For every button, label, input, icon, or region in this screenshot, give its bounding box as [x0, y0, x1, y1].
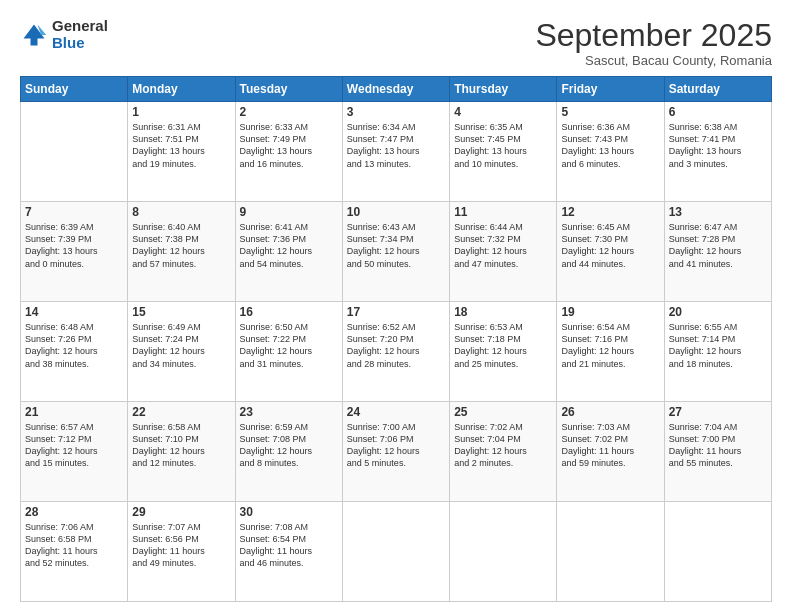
calendar-cell: 9Sunrise: 6:41 AM Sunset: 7:36 PM Daylig… — [235, 202, 342, 302]
day-number: 5 — [561, 105, 659, 119]
day-info: Sunrise: 6:39 AM Sunset: 7:39 PM Dayligh… — [25, 221, 123, 270]
calendar-day-header: Monday — [128, 77, 235, 102]
calendar-cell: 15Sunrise: 6:49 AM Sunset: 7:24 PM Dayli… — [128, 302, 235, 402]
calendar-cell: 8Sunrise: 6:40 AM Sunset: 7:38 PM Daylig… — [128, 202, 235, 302]
day-number: 27 — [669, 405, 767, 419]
day-info: Sunrise: 6:58 AM Sunset: 7:10 PM Dayligh… — [132, 421, 230, 470]
calendar-cell: 16Sunrise: 6:50 AM Sunset: 7:22 PM Dayli… — [235, 302, 342, 402]
day-number: 8 — [132, 205, 230, 219]
calendar-cell: 1Sunrise: 6:31 AM Sunset: 7:51 PM Daylig… — [128, 102, 235, 202]
day-info: Sunrise: 6:36 AM Sunset: 7:43 PM Dayligh… — [561, 121, 659, 170]
calendar-cell: 13Sunrise: 6:47 AM Sunset: 7:28 PM Dayli… — [664, 202, 771, 302]
day-info: Sunrise: 6:35 AM Sunset: 7:45 PM Dayligh… — [454, 121, 552, 170]
day-number: 2 — [240, 105, 338, 119]
day-number: 18 — [454, 305, 552, 319]
calendar-cell: 19Sunrise: 6:54 AM Sunset: 7:16 PM Dayli… — [557, 302, 664, 402]
calendar-week-row: 21Sunrise: 6:57 AM Sunset: 7:12 PM Dayli… — [21, 402, 772, 502]
day-number: 15 — [132, 305, 230, 319]
calendar-cell: 4Sunrise: 6:35 AM Sunset: 7:45 PM Daylig… — [450, 102, 557, 202]
calendar-cell — [342, 502, 449, 602]
calendar-cell: 29Sunrise: 7:07 AM Sunset: 6:56 PM Dayli… — [128, 502, 235, 602]
calendar-week-row: 1Sunrise: 6:31 AM Sunset: 7:51 PM Daylig… — [21, 102, 772, 202]
calendar-day-header: Sunday — [21, 77, 128, 102]
day-info: Sunrise: 6:53 AM Sunset: 7:18 PM Dayligh… — [454, 321, 552, 370]
calendar-week-row: 7Sunrise: 6:39 AM Sunset: 7:39 PM Daylig… — [21, 202, 772, 302]
calendar-cell — [557, 502, 664, 602]
day-info: Sunrise: 6:34 AM Sunset: 7:47 PM Dayligh… — [347, 121, 445, 170]
logo-blue-text: Blue — [52, 35, 108, 52]
calendar-day-header: Wednesday — [342, 77, 449, 102]
day-number: 24 — [347, 405, 445, 419]
day-info: Sunrise: 6:31 AM Sunset: 7:51 PM Dayligh… — [132, 121, 230, 170]
day-info: Sunrise: 7:06 AM Sunset: 6:58 PM Dayligh… — [25, 521, 123, 570]
calendar-cell: 6Sunrise: 6:38 AM Sunset: 7:41 PM Daylig… — [664, 102, 771, 202]
day-info: Sunrise: 6:38 AM Sunset: 7:41 PM Dayligh… — [669, 121, 767, 170]
day-info: Sunrise: 6:43 AM Sunset: 7:34 PM Dayligh… — [347, 221, 445, 270]
day-number: 6 — [669, 105, 767, 119]
day-info: Sunrise: 6:47 AM Sunset: 7:28 PM Dayligh… — [669, 221, 767, 270]
calendar-cell: 5Sunrise: 6:36 AM Sunset: 7:43 PM Daylig… — [557, 102, 664, 202]
day-info: Sunrise: 6:33 AM Sunset: 7:49 PM Dayligh… — [240, 121, 338, 170]
day-info: Sunrise: 6:50 AM Sunset: 7:22 PM Dayligh… — [240, 321, 338, 370]
day-number: 7 — [25, 205, 123, 219]
day-number: 26 — [561, 405, 659, 419]
day-number: 3 — [347, 105, 445, 119]
day-info: Sunrise: 6:48 AM Sunset: 7:26 PM Dayligh… — [25, 321, 123, 370]
calendar-cell: 28Sunrise: 7:06 AM Sunset: 6:58 PM Dayli… — [21, 502, 128, 602]
day-info: Sunrise: 7:08 AM Sunset: 6:54 PM Dayligh… — [240, 521, 338, 570]
day-info: Sunrise: 7:02 AM Sunset: 7:04 PM Dayligh… — [454, 421, 552, 470]
day-number: 11 — [454, 205, 552, 219]
calendar-cell: 27Sunrise: 7:04 AM Sunset: 7:00 PM Dayli… — [664, 402, 771, 502]
day-number: 29 — [132, 505, 230, 519]
day-number: 4 — [454, 105, 552, 119]
calendar-cell: 18Sunrise: 6:53 AM Sunset: 7:18 PM Dayli… — [450, 302, 557, 402]
calendar-cell: 7Sunrise: 6:39 AM Sunset: 7:39 PM Daylig… — [21, 202, 128, 302]
calendar-cell: 21Sunrise: 6:57 AM Sunset: 7:12 PM Dayli… — [21, 402, 128, 502]
day-info: Sunrise: 6:55 AM Sunset: 7:14 PM Dayligh… — [669, 321, 767, 370]
logo-icon — [20, 21, 48, 49]
day-number: 17 — [347, 305, 445, 319]
day-number: 30 — [240, 505, 338, 519]
header: General Blue September 2025 Sascut, Baca… — [20, 18, 772, 68]
day-number: 10 — [347, 205, 445, 219]
calendar-cell: 3Sunrise: 6:34 AM Sunset: 7:47 PM Daylig… — [342, 102, 449, 202]
logo-text: General Blue — [52, 18, 108, 51]
calendar-cell: 11Sunrise: 6:44 AM Sunset: 7:32 PM Dayli… — [450, 202, 557, 302]
day-info: Sunrise: 7:04 AM Sunset: 7:00 PM Dayligh… — [669, 421, 767, 470]
day-info: Sunrise: 7:00 AM Sunset: 7:06 PM Dayligh… — [347, 421, 445, 470]
calendar-cell — [21, 102, 128, 202]
calendar-cell: 20Sunrise: 6:55 AM Sunset: 7:14 PM Dayli… — [664, 302, 771, 402]
location-subtitle: Sascut, Bacau County, Romania — [535, 53, 772, 68]
day-number: 28 — [25, 505, 123, 519]
calendar-day-header: Tuesday — [235, 77, 342, 102]
calendar-cell — [664, 502, 771, 602]
day-number: 16 — [240, 305, 338, 319]
logo-general-text: General — [52, 18, 108, 35]
calendar-day-header: Friday — [557, 77, 664, 102]
day-info: Sunrise: 6:49 AM Sunset: 7:24 PM Dayligh… — [132, 321, 230, 370]
day-info: Sunrise: 6:45 AM Sunset: 7:30 PM Dayligh… — [561, 221, 659, 270]
day-info: Sunrise: 6:52 AM Sunset: 7:20 PM Dayligh… — [347, 321, 445, 370]
day-number: 1 — [132, 105, 230, 119]
day-info: Sunrise: 6:59 AM Sunset: 7:08 PM Dayligh… — [240, 421, 338, 470]
header-right: September 2025 Sascut, Bacau County, Rom… — [535, 18, 772, 68]
page: General Blue September 2025 Sascut, Baca… — [0, 0, 792, 612]
day-info: Sunrise: 6:41 AM Sunset: 7:36 PM Dayligh… — [240, 221, 338, 270]
day-info: Sunrise: 6:57 AM Sunset: 7:12 PM Dayligh… — [25, 421, 123, 470]
day-number: 20 — [669, 305, 767, 319]
calendar-cell: 30Sunrise: 7:08 AM Sunset: 6:54 PM Dayli… — [235, 502, 342, 602]
day-number: 9 — [240, 205, 338, 219]
day-number: 12 — [561, 205, 659, 219]
calendar-cell: 24Sunrise: 7:00 AM Sunset: 7:06 PM Dayli… — [342, 402, 449, 502]
calendar-cell: 26Sunrise: 7:03 AM Sunset: 7:02 PM Dayli… — [557, 402, 664, 502]
calendar-week-row: 14Sunrise: 6:48 AM Sunset: 7:26 PM Dayli… — [21, 302, 772, 402]
day-number: 14 — [25, 305, 123, 319]
calendar-header-row: SundayMondayTuesdayWednesdayThursdayFrid… — [21, 77, 772, 102]
calendar-cell: 12Sunrise: 6:45 AM Sunset: 7:30 PM Dayli… — [557, 202, 664, 302]
month-title: September 2025 — [535, 18, 772, 53]
day-info: Sunrise: 7:07 AM Sunset: 6:56 PM Dayligh… — [132, 521, 230, 570]
day-info: Sunrise: 6:44 AM Sunset: 7:32 PM Dayligh… — [454, 221, 552, 270]
calendar-week-row: 28Sunrise: 7:06 AM Sunset: 6:58 PM Dayli… — [21, 502, 772, 602]
calendar-cell: 22Sunrise: 6:58 AM Sunset: 7:10 PM Dayli… — [128, 402, 235, 502]
day-number: 22 — [132, 405, 230, 419]
